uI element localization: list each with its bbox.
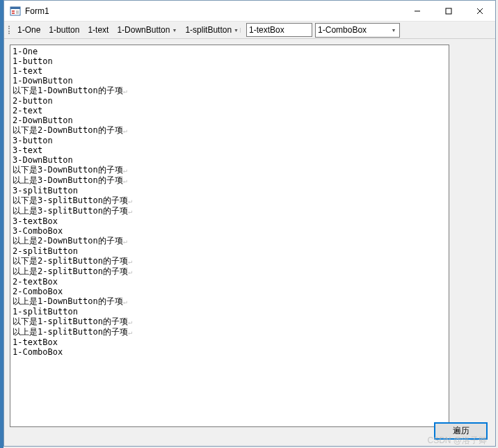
richtext-line: 3-textBox: [13, 216, 447, 226]
paragraph-mark-icon: ↵: [128, 328, 132, 336]
paragraph-mark-icon: ↵: [128, 268, 132, 275]
maximize-button[interactable]: [433, 1, 464, 22]
paragraph-mark-icon: ↵: [123, 177, 127, 184]
richtext-line: 3-text: [13, 145, 447, 155]
richtext-line: 2-button: [13, 96, 447, 106]
paragraph-mark-icon: ↵: [123, 237, 127, 245]
richtext-line: 3-button: [13, 136, 447, 145]
richtext-line: 以下是1-DownButton的子项↵: [13, 86, 447, 96]
toolstrip-textbox[interactable]: [246, 23, 312, 37]
svg-rect-2: [12, 10, 15, 12]
richtext-line: 1-ComboBox: [13, 347, 447, 357]
richtext-line: 1-DownButton: [13, 76, 447, 86]
richtext-line: 以下是3-DownButton的子项↵: [13, 165, 447, 175]
richtext-line: 3-DownButton: [13, 155, 447, 165]
combobox-text: 1-ComboBox: [316, 25, 388, 35]
richtext-line: 2-text: [13, 106, 447, 115]
richtext-line: 1-text: [13, 66, 447, 76]
chevron-down-icon[interactable]: ▼: [234, 28, 241, 33]
richtext-line: 1-button: [13, 56, 447, 66]
client-area: 1-One1-button1-text1-DownButton以下是1-Down…: [4, 39, 495, 446]
paragraph-mark-icon: ↵: [123, 166, 127, 174]
richtext-line: 3-ComboBox: [13, 226, 447, 236]
richtext-line: 以下是3-splitButton的子项↵: [13, 195, 447, 206]
chevron-down-icon: ▼: [172, 28, 177, 33]
label-text: 1-button: [49, 25, 79, 35]
button-label: 遍历: [453, 425, 469, 437]
richtext-line: 2-DownButton: [13, 115, 447, 125]
svg-rect-3: [12, 13, 15, 14]
toolstrip-combobox[interactable]: 1-ComboBox ▼: [315, 23, 400, 38]
title-bar[interactable]: Form1: [4, 1, 495, 22]
richtext-line: 2-splitButton: [13, 246, 447, 256]
toolstrip-label-one[interactable]: 1-One: [13, 23, 45, 37]
label-text: 1-text: [88, 25, 109, 35]
svg-rect-6: [446, 8, 451, 14]
paragraph-mark-icon: ↵: [128, 197, 132, 205]
richtext-line: 以上是1-splitButton的子项↵: [13, 327, 447, 337]
form-icon: [10, 6, 21, 17]
toolstrip-button[interactable]: 1-button: [45, 23, 83, 37]
chevron-down-icon[interactable]: ▼: [388, 28, 399, 33]
window-controls: [401, 1, 495, 21]
richtext-line: 以下是1-splitButton的子项↵: [13, 317, 447, 327]
paragraph-mark-icon: ↵: [123, 127, 127, 134]
minimize-button[interactable]: [401, 1, 433, 22]
label-text: 1-One: [17, 25, 40, 35]
richtext-line: 以下是2-splitButton的子项↵: [13, 256, 447, 266]
paragraph-mark-icon: ↵: [128, 318, 132, 326]
richtext-line: 以下是2-DownButton的子项↵: [13, 125, 447, 136]
label-text: 1-splitButton: [185, 25, 232, 35]
output-richtextbox[interactable]: 1-One1-button1-text1-DownButton以下是1-Down…: [10, 45, 449, 427]
richtext-line: 以上是2-splitButton的子项↵: [13, 266, 447, 277]
richtext-line: 2-ComboBox: [13, 287, 447, 296]
toolstrip-split-button[interactable]: 1-splitButton ▼: [181, 23, 246, 37]
richtext-line: 3-splitButton: [13, 186, 447, 195]
paragraph-mark-icon: ↵: [123, 87, 127, 95]
richtext-line: 以上是3-DownButton的子项↵: [13, 175, 447, 186]
toolstrip-dropdown-button[interactable]: 1-DownButton ▼: [113, 23, 181, 37]
richtext-line: 1-textBox: [13, 337, 447, 347]
richtext-line: 以上是1-DownButton的子项↵: [13, 296, 447, 307]
paragraph-mark-icon: ↵: [128, 207, 132, 215]
paragraph-mark-icon: ↵: [128, 257, 132, 265]
richtext-line: 1-splitButton: [13, 307, 447, 317]
tool-strip: 1-One 1-button 1-text 1-DownButton ▼ 1-s…: [4, 22, 495, 39]
label-text: 1-DownButton: [117, 25, 170, 35]
close-button[interactable]: [464, 1, 495, 22]
richtext-line: 1-One: [13, 47, 447, 56]
richtext-line: 2-textBox: [13, 277, 447, 287]
window-title: Form1: [25, 6, 401, 16]
traverse-button[interactable]: 遍历: [435, 423, 487, 439]
svg-rect-1: [10, 7, 20, 9]
main-window: Form1 1-One 1-button 1-text 1-DownButton…: [3, 0, 496, 447]
toolstrip-grip-icon[interactable]: [7, 24, 12, 36]
paragraph-mark-icon: ↵: [123, 298, 127, 305]
richtext-line: 以上是3-splitButton的子项↵: [13, 206, 447, 216]
svg-rect-4: [16, 10, 19, 14]
toolstrip-text: 1-text: [83, 23, 113, 37]
richtext-line: 以上是2-DownButton的子项↵: [13, 236, 447, 246]
